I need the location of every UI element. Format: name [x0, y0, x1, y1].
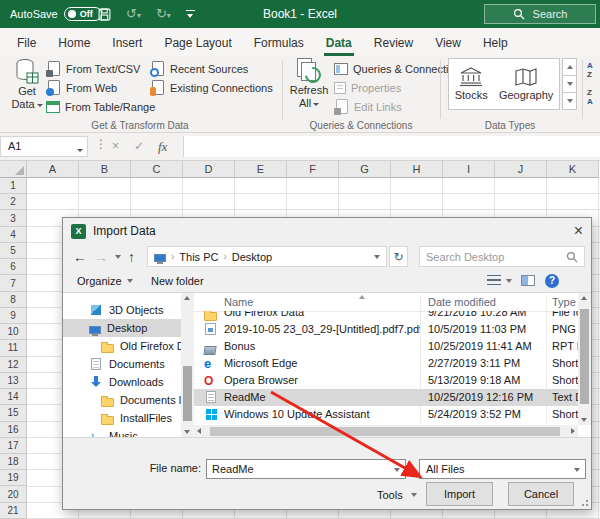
tree-item-downloads[interactable]: Downloads: [63, 373, 181, 391]
import-button[interactable]: Import: [426, 482, 493, 506]
row-header-12[interactable]: 12: [0, 357, 27, 373]
row-header-20[interactable]: 20: [0, 486, 27, 502]
tab-help[interactable]: Help: [481, 36, 510, 56]
formula-input[interactable]: [183, 136, 600, 157]
row-header-21[interactable]: 21: [0, 503, 27, 519]
get-data-button[interactable]: Get Data: [8, 58, 46, 111]
preview-pane-button[interactable]: [521, 269, 535, 292]
tab-data[interactable]: Data: [324, 36, 354, 56]
select-all-corner[interactable]: [0, 161, 27, 178]
new-folder-button[interactable]: New folder: [151, 269, 204, 292]
scroll-down-icon[interactable]: [581, 418, 587, 422]
file-row-old-firefox-data[interactable]: Old Firefox Data9/21/2018 10:28 AMFile f…: [194, 311, 578, 321]
file-row-bonus[interactable]: Bonus10/25/2019 11:41 AMRPT File: [194, 338, 578, 355]
tree-item-documents[interactable]: Documents: [63, 355, 181, 373]
refresh-all-button[interactable]: Refresh All: [287, 58, 331, 110]
row-header-6[interactable]: 6: [0, 259, 27, 275]
row-header-1[interactable]: 1: [0, 178, 27, 194]
queries-connections-button[interactable]: Queries & Connections: [334, 59, 466, 78]
cancel-button[interactable]: Cancel: [508, 482, 574, 506]
scroll-left-icon[interactable]: [197, 428, 201, 434]
file-list-vscrollbar[interactable]: [578, 293, 591, 425]
tree-item-old-firefox-dat[interactable]: Old Firefox Dat: [63, 337, 181, 355]
column-header-h[interactable]: H: [391, 161, 443, 178]
scroll-right-icon[interactable]: [571, 428, 575, 434]
titlebar-search-box[interactable]: Search: [484, 4, 596, 24]
dialog-search-box[interactable]: Search Desktop: [419, 246, 585, 267]
row-header-16[interactable]: 16: [0, 422, 27, 438]
row-header-2[interactable]: 2: [0, 194, 27, 210]
row-header-19[interactable]: 19: [0, 470, 27, 486]
breadcrumb-desktop[interactable]: Desktop: [232, 251, 272, 263]
row-header-7[interactable]: 7: [0, 275, 27, 291]
enter-entry-icon[interactable]: ✓: [134, 136, 144, 157]
file-list-hscrollbar[interactable]: [194, 425, 578, 438]
column-header-b[interactable]: B: [79, 161, 131, 178]
file-row-microsoft-edge[interactable]: Microsoft Edge2/27/2019 3:11 PMShortcut: [194, 355, 578, 372]
file-row-opera-browser[interactable]: Opera Browser5/13/2019 9:18 AMShortcut: [194, 372, 578, 389]
autosave-toggle[interactable]: Off: [64, 7, 102, 21]
insert-function-icon[interactable]: fx: [158, 136, 167, 157]
tab-review[interactable]: Review: [372, 36, 415, 56]
tab-home[interactable]: Home: [56, 36, 92, 56]
gallery-scroll-up[interactable]: [562, 58, 577, 76]
geography-button[interactable]: Geography: [499, 67, 553, 101]
save-icon[interactable]: [98, 8, 111, 21]
tab-view[interactable]: View: [433, 36, 463, 56]
tree-item-desktop[interactable]: Desktop: [63, 319, 181, 337]
scrollbar-thumb[interactable]: [580, 309, 589, 404]
tab-insert[interactable]: Insert: [110, 36, 144, 56]
row-header-18[interactable]: 18: [0, 454, 27, 470]
row-header-9[interactable]: 9: [0, 308, 27, 324]
file-row-2019-10-05-23-03-29-untitled-pdf7-pdf[interactable]: 2019-10-05 23_03_29-[Untitled].pdf7.pdf …: [194, 321, 578, 338]
from-web-button[interactable]: From Web: [46, 78, 155, 97]
cancel-entry-icon[interactable]: ×: [112, 136, 119, 157]
tab-formulas[interactable]: Formulas: [252, 36, 306, 56]
file-row-readme[interactable]: ReadMe10/25/2019 12:16 PMText Doc: [194, 389, 578, 406]
column-header-name[interactable]: Name: [224, 293, 253, 311]
close-icon[interactable]: ×: [559, 223, 583, 239]
back-icon[interactable]: ←: [73, 244, 87, 269]
help-button[interactable]: ?: [545, 269, 559, 292]
recent-sources-button[interactable]: Recent Sources: [150, 59, 273, 78]
tab-page-layout[interactable]: Page Layout: [162, 36, 233, 56]
column-header-c[interactable]: C: [131, 161, 183, 178]
breadcrumb-this-pc[interactable]: This PC: [179, 251, 218, 263]
scrollbar-thumb[interactable]: [183, 366, 192, 421]
row-header-3[interactable]: 3: [0, 210, 27, 226]
column-header-f[interactable]: F: [287, 161, 339, 178]
autosave-control[interactable]: AutoSave Off: [10, 0, 102, 28]
row-header-11[interactable]: 11: [0, 340, 27, 356]
column-header-a[interactable]: A: [27, 161, 79, 178]
existing-connections-button[interactable]: Existing Connections: [150, 78, 273, 97]
tree-scrollbar[interactable]: [181, 293, 194, 437]
column-header-e[interactable]: E: [235, 161, 287, 178]
tree-item-installfiles[interactable]: InstallFiles: [63, 409, 181, 427]
tools-button[interactable]: Tools: [377, 485, 417, 505]
address-dropdown-icon[interactable]: [374, 255, 380, 259]
tree-item-3d-objects[interactable]: 3D Objects: [63, 301, 181, 319]
column-header-d[interactable]: D: [183, 161, 235, 178]
file-name-input[interactable]: ReadMe: [206, 459, 406, 479]
file-row-windows-10-update-assistant[interactable]: Windows 10 Update Assistant5/24/2019 3:5…: [194, 406, 578, 423]
resize-grip[interactable]: [582, 500, 588, 506]
column-header-date-modified[interactable]: Date modified: [428, 293, 496, 311]
row-header-14[interactable]: 14: [0, 389, 27, 405]
scrollbar-thumb[interactable]: [210, 427, 560, 436]
column-header-i[interactable]: I: [443, 161, 495, 178]
scroll-down-icon[interactable]: [184, 430, 190, 434]
organize-button[interactable]: Organize: [77, 269, 133, 292]
up-icon[interactable]: ↑: [128, 244, 135, 269]
name-box[interactable]: A1: [0, 136, 88, 157]
dialog-titlebar[interactable]: X Import Data ×: [63, 218, 591, 244]
refresh-icon[interactable]: ↻: [389, 246, 408, 267]
tree-item-music[interactable]: Music: [63, 427, 181, 438]
tab-file[interactable]: File: [15, 36, 38, 56]
scroll-up-icon[interactable]: [184, 296, 190, 300]
row-header-13[interactable]: 13: [0, 373, 27, 389]
stocks-button[interactable]: Stocks: [455, 67, 488, 101]
column-header-g[interactable]: G: [339, 161, 391, 178]
gallery-more-button[interactable]: [562, 93, 577, 110]
file-type-select[interactable]: All Files: [419, 459, 586, 479]
row-header-8[interactable]: 8: [0, 292, 27, 308]
